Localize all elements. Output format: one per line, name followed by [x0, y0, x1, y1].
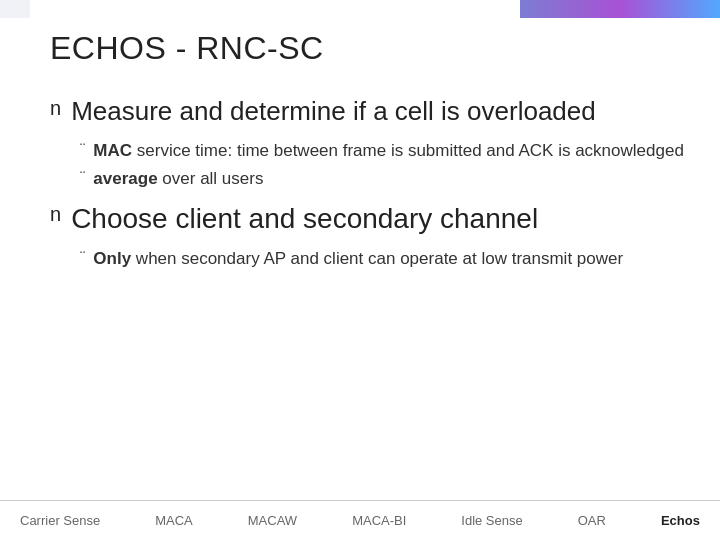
nav-macaw[interactable]: MACAW [248, 513, 297, 528]
bullet-1: n Measure and determine if a cell is ove… [50, 95, 690, 128]
sub-bullet-1b: ¨ average over all users [80, 168, 690, 191]
top-bar-decoration [520, 0, 720, 18]
nav-maca[interactable]: MACA [155, 513, 193, 528]
sub-bullet-1a: ¨ MAC service time: time between frame i… [80, 140, 690, 163]
sub-bullet-1b-body: over all users [158, 169, 264, 188]
bottom-nav-items: Carrier Sense MACA MACAW MACA-BI Idle Se… [20, 513, 700, 528]
corner-decoration [0, 0, 30, 18]
bullet-2-text: Choose client and secondary channel [71, 201, 538, 236]
sub-bullet-1a-body: service time: time between frame is subm… [132, 141, 684, 160]
slide-container: ECHOS - RNC-SC n Measure and determine i… [0, 0, 720, 540]
sub-bullet-1b-prefix: average [93, 169, 157, 188]
nav-maca-bi[interactable]: MACA-BI [352, 513, 406, 528]
sub-bullet-1b-marker: ¨ [80, 169, 85, 187]
content-area: n Measure and determine if a cell is ove… [50, 95, 690, 480]
sub-bullets-1: ¨ MAC service time: time between frame i… [80, 140, 690, 192]
sub-bullet-2a: ¨ Only when secondary AP and client can … [80, 248, 690, 271]
sub-bullet-2a-text: Only when secondary AP and client can op… [93, 248, 623, 271]
sub-bullet-1a-marker: ¨ [80, 141, 85, 159]
sub-bullet-1a-text: MAC service time: time between frame is … [93, 140, 684, 163]
bottom-nav-bar: Carrier Sense MACA MACAW MACA-BI Idle Se… [0, 500, 720, 540]
sub-bullet-1b-text: average over all users [93, 168, 263, 191]
sub-bullet-2a-prefix: Only [93, 249, 131, 268]
nav-oar[interactable]: OAR [578, 513, 606, 528]
bullet-2: n Choose client and secondary channel [50, 201, 690, 236]
nav-idle-sense[interactable]: Idle Sense [461, 513, 522, 528]
sub-bullet-2a-marker: ¨ [80, 249, 85, 267]
bullet-1-marker: n [50, 97, 61, 120]
sub-bullet-1a-prefix: MAC [93, 141, 132, 160]
bullet-2-marker: n [50, 203, 61, 226]
sub-bullet-2a-body: when secondary AP and client can operate… [131, 249, 623, 268]
bullet-1-text: Measure and determine if a cell is overl… [71, 95, 596, 128]
nav-echos[interactable]: Echos [661, 513, 700, 528]
nav-carrier-sense[interactable]: Carrier Sense [20, 513, 100, 528]
sub-bullets-2: ¨ Only when secondary AP and client can … [80, 248, 690, 271]
slide-title: ECHOS - RNC-SC [50, 30, 324, 67]
